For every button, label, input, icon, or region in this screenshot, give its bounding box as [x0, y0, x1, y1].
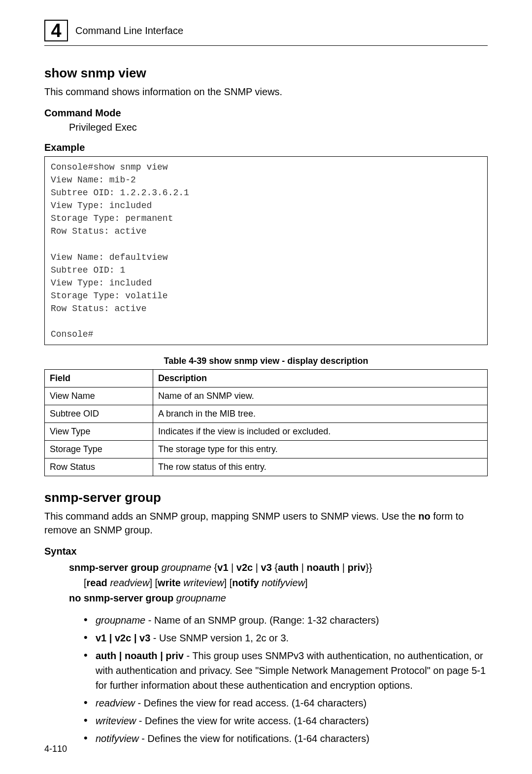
command-mode-value: Privileged Exec [69, 122, 488, 133]
syntax-token: write [158, 577, 183, 588]
list-item: notifyview - Defines the view for notifi… [84, 731, 488, 746]
syntax-token: read [87, 577, 110, 588]
syntax-token: groupname [162, 562, 211, 573]
syntax-token: | [342, 562, 348, 573]
table-cell: View Name [45, 387, 153, 405]
header-title: Command Line Interface [75, 25, 183, 36]
example-heading: Example [44, 142, 488, 153]
table-row: Storage Type The storage type for this e… [45, 441, 488, 458]
table-row: View Type Indicates if the view is inclu… [45, 423, 488, 441]
syntax-token: v3 [261, 562, 275, 573]
syntax-heading: Syntax [44, 546, 488, 557]
syntax-token: ] [305, 577, 308, 588]
param-sep: - [135, 698, 144, 708]
syntax-line-3: no snmp-server group groupname [69, 591, 488, 606]
list-item: v1 | v2c | v3 - Use SNMP version 1, 2c o… [84, 631, 488, 645]
param-text: Use SNMP version 1, 2c or 3. [159, 633, 289, 643]
param-sep: - [136, 715, 145, 726]
param-text: Name of an SNMP group. (Range: 1-32 char… [154, 615, 379, 626]
table-cell: Subtree OID [45, 405, 153, 423]
command-mode-heading: Command Mode [44, 107, 488, 119]
table-cell: Indicates if the view is included or exc… [153, 423, 488, 441]
param-name: writeview [96, 715, 136, 726]
table-cell: The row status of this entry. [153, 458, 488, 476]
syntax-token: }} [366, 562, 372, 573]
syntax-token: v1 [217, 562, 231, 573]
syntax-token: priv [348, 562, 366, 573]
syntax-token: | [301, 562, 307, 573]
param-sep: - [184, 650, 192, 661]
list-item: readview - Defines the view for read acc… [84, 696, 488, 710]
param-name: auth | noauth | priv [96, 650, 184, 661]
param-text: Defines the view for read access. (1-64 … [144, 698, 366, 708]
syntax-token: v2c [236, 562, 256, 573]
list-item: auth | noauth | priv - This group uses S… [84, 648, 488, 693]
table-header-description: Description [153, 370, 488, 387]
list-item: groupname - Name of an SNMP group. (Rang… [84, 613, 488, 628]
description-table: Field Description View Name Name of an S… [44, 369, 488, 476]
param-name: readview [96, 698, 135, 708]
syntax-token: no snmp-server group [69, 593, 176, 603]
section2-description: This command adds an SNMP group, mapping… [44, 509, 488, 537]
parameter-list: groupname - Name of an SNMP group. (Rang… [84, 613, 488, 746]
param-name: v1 | v2c | v3 [96, 633, 150, 643]
table-cell: Name of an SNMP view. [153, 387, 488, 405]
syntax-token: groupname [176, 593, 226, 603]
param-sep: - [145, 615, 154, 626]
syntax-line-2: [read readview] [write writeview] [notif… [84, 575, 488, 591]
section1-title: show snmp view [44, 66, 488, 81]
page-number: 4-110 [44, 744, 67, 754]
syntax-token: auth [278, 562, 301, 573]
syntax-token: ] [ [224, 577, 233, 588]
param-text: Defines the view for write access. (1-64… [145, 715, 369, 726]
table-row: View Name Name of an SNMP view. [45, 387, 488, 405]
syntax-token: | [231, 562, 236, 573]
table-row: Subtree OID A branch in the MIB tree. [45, 405, 488, 423]
table-cell: Storage Type [45, 441, 153, 458]
table-cell: The storage type for this entry. [153, 441, 488, 458]
example-code-block: Console#show snmp view View Name: mib-2 … [44, 156, 488, 345]
table-cell: A branch in the MIB tree. [153, 405, 488, 423]
syntax-token: snmp-server group [69, 562, 162, 573]
syntax-token: ] [ [149, 577, 158, 588]
param-sep: - [150, 633, 159, 643]
table-header-row: Field Description [45, 370, 488, 387]
syntax-line-1: snmp-server group groupname {v1 | v2c | … [69, 560, 488, 575]
section1-description: This command shows information on the SN… [44, 85, 488, 99]
syntax-token: readview [110, 577, 149, 588]
page-header: 4 Command Line Interface [44, 20, 488, 46]
table-row: Row Status The row status of this entry. [45, 458, 488, 476]
desc-bold: no [418, 511, 430, 522]
table-cell: View Type [45, 423, 153, 441]
syntax-token: | [256, 562, 261, 573]
syntax-token: writeview [183, 577, 224, 588]
syntax-token: { [211, 562, 217, 573]
param-text: Defines the view for notifications. (1-6… [148, 733, 369, 744]
syntax-token: notifyview [262, 577, 305, 588]
param-name: groupname [96, 615, 145, 626]
table-header-field: Field [45, 370, 153, 387]
desc-pre: This command adds an SNMP group, mapping… [44, 511, 418, 522]
syntax-block: snmp-server group groupname {v1 | v2c | … [69, 560, 488, 606]
syntax-token: noauth [307, 562, 342, 573]
table-cell: Row Status [45, 458, 153, 476]
param-name: notifyview [96, 733, 139, 744]
param-sep: - [139, 733, 148, 744]
chapter-number-icon: 4 [44, 20, 68, 41]
table-caption: Table 4-39 show snmp view - display desc… [44, 356, 488, 366]
list-item: writeview - Defines the view for write a… [84, 713, 488, 728]
syntax-token: notify [232, 577, 262, 588]
section2-title: snmp-server group [44, 490, 488, 505]
